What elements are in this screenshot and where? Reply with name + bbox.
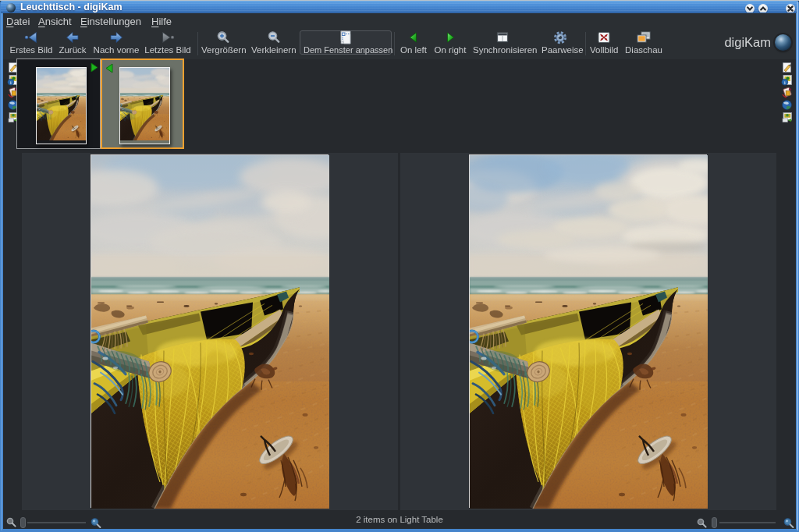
svg-text:i: i [783,80,785,85]
svg-text:i: i [9,80,11,85]
